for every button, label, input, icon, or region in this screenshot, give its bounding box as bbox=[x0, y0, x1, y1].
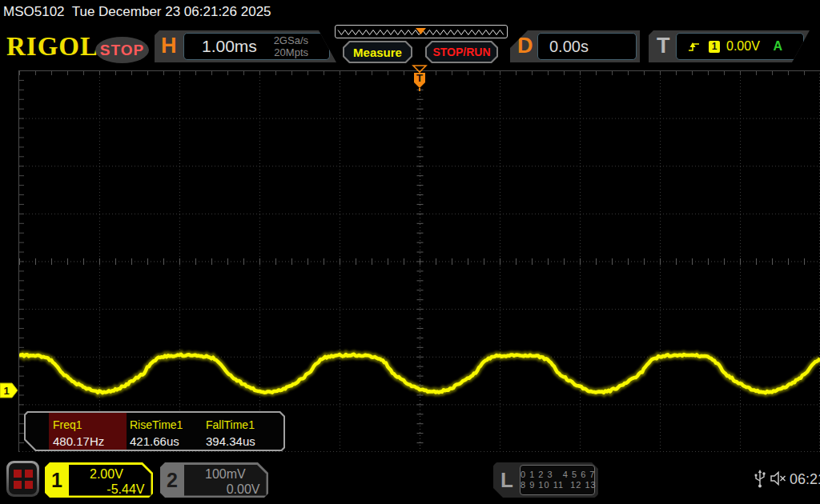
measurement-value: 480.17Hz bbox=[53, 434, 104, 448]
logic-analyzer-label: L bbox=[500, 468, 513, 493]
logic-analyzer-block[interactable]: L 0 1 2 3 4 5 6 7 8 9 10 11 12 13 14 15 bbox=[493, 462, 598, 498]
channel2-settings: 100mV 0.00V bbox=[184, 465, 267, 496]
channel1-number: 1 bbox=[45, 462, 69, 498]
channel1-offset: -5.44V bbox=[74, 482, 145, 497]
digital-channels-box: 0 1 2 3 4 5 6 7 8 9 10 11 12 13 14 15 bbox=[520, 465, 595, 495]
channel2-offset: 0.00V bbox=[189, 482, 260, 497]
digital-channels-row2: 8 9 10 11 12 13 14 15 bbox=[521, 480, 594, 490]
measurement-label: RiseTime1 bbox=[130, 418, 183, 431]
channel1-settings: 2.00V -5.44V bbox=[69, 465, 151, 496]
speaker-muted-icon[interactable] bbox=[769, 470, 788, 487]
grid-menu-icon bbox=[9, 463, 37, 494]
channel2-block[interactable]: 100mV 0.00V 2 bbox=[160, 462, 268, 498]
clock: 06:21 bbox=[790, 471, 820, 488]
measurement-panel[interactable]: Freq1 480.17Hz RiseTime1 421.66us FallTi… bbox=[24, 411, 285, 451]
svg-text:T: T bbox=[416, 72, 423, 84]
measurement-panel-face: Freq1 480.17Hz RiseTime1 421.66us FallTi… bbox=[26, 413, 283, 450]
channel1-ground-marker: 1 bbox=[0, 383, 18, 398]
channel2-number: 2 bbox=[160, 462, 184, 498]
measurement-label: Freq1 bbox=[53, 418, 82, 431]
channel1-scale: 2.00V bbox=[90, 466, 123, 482]
channel2-scale: 100mV bbox=[205, 466, 246, 482]
measurement-value: 421.66us bbox=[130, 434, 179, 448]
trigger-position-marker: T bbox=[414, 72, 425, 91]
digital-channels-row1: 0 1 2 3 4 5 6 7 bbox=[521, 470, 594, 480]
measurement-label: FallTime1 bbox=[206, 418, 255, 431]
channel1-block[interactable]: 2.00V -5.44V 1 bbox=[45, 462, 153, 498]
usb-icon bbox=[754, 470, 766, 489]
measurement-value: 394.34us bbox=[206, 434, 255, 448]
quick-menu-button[interactable] bbox=[6, 461, 39, 497]
svg-text:1: 1 bbox=[3, 385, 9, 397]
oscilloscope-screen: MSO5102 Tue December 23 06:21:26 2025 RI… bbox=[0, 0, 820, 504]
